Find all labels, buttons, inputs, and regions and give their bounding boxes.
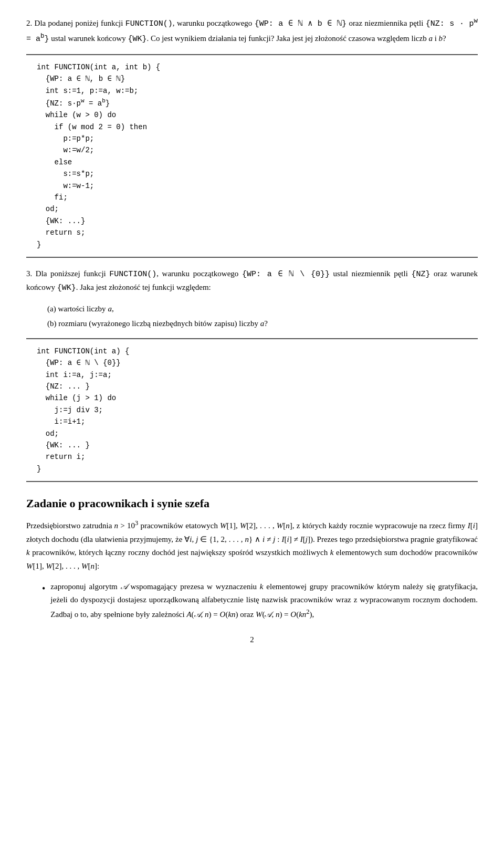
- task-title: Zadanie o pracownikach i synie szefa: [26, 497, 478, 510]
- bullet-list: • zaproponuj algorytm 𝒜 wspomagający pre…: [42, 580, 478, 621]
- page-number: 2: [26, 635, 478, 644]
- question-3-subitems: (a) wartości liczby a, (b) rozmiaru (wyr…: [47, 302, 478, 330]
- bullet-item-1-text: zaproponuj algorytm 𝒜 wspomagający preze…: [50, 580, 478, 621]
- bullet-dot-1: •: [42, 581, 45, 597]
- question-3-block: 3. Dla poniższej funkcji FUNCTION(), war…: [26, 267, 478, 482]
- question-2-text: 2. Dla podanej poniżej funkcji FUNCTION(…: [26, 16, 478, 46]
- question-2-block: 2. Dla podanej poniżej funkcji FUNCTION(…: [26, 16, 478, 258]
- question-3-sub-a: (a) wartości liczby a,: [47, 302, 478, 315]
- question-3-sub-b: (b) rozmiaru (wyrażonego liczbą niezbędn…: [47, 317, 478, 330]
- page-content: 2. Dla podanej poniżej funkcji FUNCTION(…: [26, 16, 478, 644]
- question-3-code: int FUNCTION(int a) { {WP: a ∈ ℕ \ {0}} …: [26, 338, 478, 482]
- question-2-code: int FUNCTION(int a, int b) { {WP: a ∈ ℕ,…: [26, 54, 478, 258]
- question-3-text: 3. Dla poniższej funkcji FUNCTION(), war…: [26, 267, 478, 295]
- bullet-item-1: • zaproponuj algorytm 𝒜 wspomagający pre…: [42, 580, 478, 621]
- task-intro-text: Przedsiębiorstwo zatrudnia n > 103 praco…: [26, 518, 478, 573]
- task-section: Zadanie o pracownikach i synie szefa Prz…: [26, 497, 478, 621]
